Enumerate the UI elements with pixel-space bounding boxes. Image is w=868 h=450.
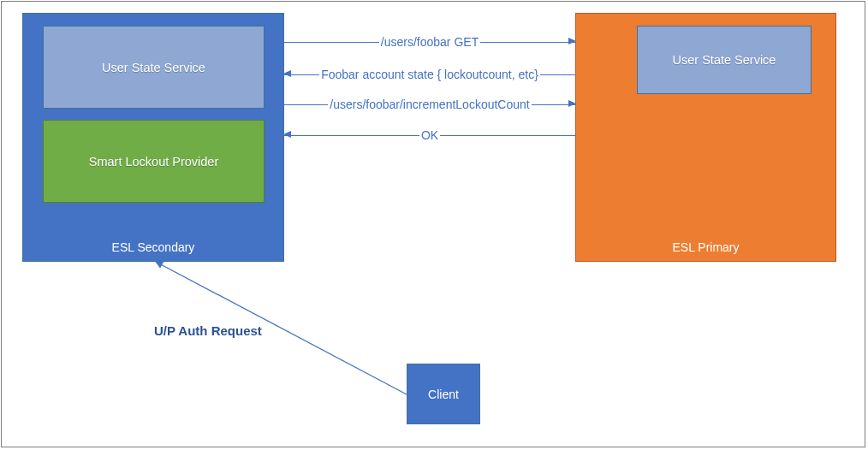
esl-primary-caption: ESL Primary	[575, 240, 836, 254]
arrow-ok: OK	[284, 127, 575, 143]
arrow-get-users: /users/foobar GET	[284, 34, 575, 50]
arrow-account-state-label: Foobar account state { lockoutcount, etc…	[319, 68, 540, 81]
smart-lockout-provider-box: Smart Lockout Provider	[43, 120, 265, 203]
auth-request-label: U/P Auth Request	[154, 323, 262, 338]
user-state-service-secondary: User State Service	[43, 26, 265, 109]
user-state-service-primary: User State Service	[637, 26, 812, 94]
arrow-get-users-label: /users/foobar GET	[379, 35, 480, 49]
diagram-frame: User State Service Smart Lockout Provide…	[1, 1, 865, 447]
client-label: Client	[428, 388, 459, 401]
user-state-service-label: User State Service	[673, 53, 776, 67]
arrow-increment-lockout: /users/foobar/incrementLockoutCount	[284, 97, 575, 112]
arrow-ok-label: OK	[419, 128, 440, 142]
esl-secondary-caption: ESL Secondary	[22, 240, 284, 254]
client-box: Client	[407, 364, 480, 424]
arrow-increment-lockout-label: /users/foobar/incrementLockoutCount	[328, 98, 531, 111]
arrow-account-state: Foobar account state { lockoutcount, etc…	[284, 67, 575, 82]
smart-lockout-provider-label: Smart Lockout Provider	[89, 155, 219, 169]
user-state-service-label: User State Service	[102, 61, 205, 74]
